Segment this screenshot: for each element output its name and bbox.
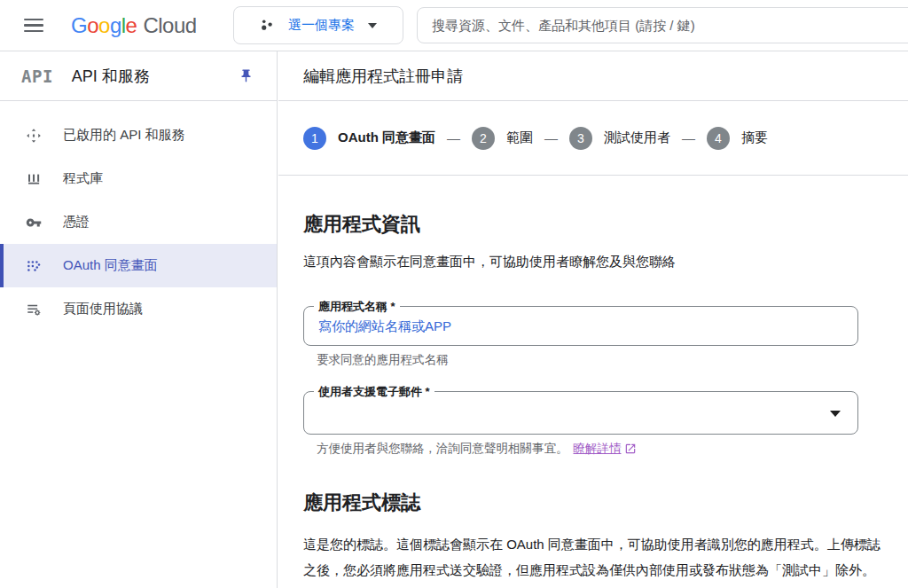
sidebar: API API 和服務 已啟用的 API 和服務 程式庫 憑證 <box>0 51 278 588</box>
app-name-field: 應用程式名稱 * <box>303 306 858 346</box>
api-product-icon: API <box>21 67 53 86</box>
hamburger-menu-icon[interactable] <box>24 19 43 33</box>
logo-letter: o <box>87 13 98 38</box>
step-summary[interactable]: 4 摘要 <box>707 127 768 150</box>
google-cloud-logo: G o o g l e Cloud <box>71 13 197 38</box>
sidebar-item-label: 憑證 <box>63 214 90 231</box>
app-info-description: 這項內容會顯示在同意畫面中，可協助使用者瞭解您及與您聯絡 <box>303 254 883 270</box>
logo-cloud-text: Cloud <box>143 13 196 38</box>
sidebar-item-oauth-consent[interactable]: OAuth 同意畫面 <box>0 244 277 287</box>
learn-more-label: 瞭解詳情 <box>574 441 622 457</box>
step-number: 3 <box>569 127 592 150</box>
dropdown-arrow-icon <box>830 411 841 417</box>
step-scopes[interactable]: 2 範圍 <box>472 127 533 150</box>
step-number: 4 <box>707 127 730 150</box>
consent-dots-icon <box>26 258 42 274</box>
sidebar-item-label: 頁面使用協議 <box>63 301 143 318</box>
step-separator: — <box>682 130 695 145</box>
step-label: 測試使用者 <box>604 129 670 146</box>
step-separator: — <box>447 130 460 145</box>
app-name-helper: 要求同意的應用程式名稱 <box>317 352 883 368</box>
step-label: 範圍 <box>506 129 533 146</box>
sidebar-item-label: 程式庫 <box>63 170 103 187</box>
app-name-label: 應用程式名稱 * <box>314 298 400 316</box>
step-label: 摘要 <box>741 129 768 146</box>
project-selector-button[interactable]: 選一個專案 <box>233 6 403 44</box>
app-logo-description: 這是您的標誌。這個標誌會顯示在 OAuth 同意畫面中，可協助使用者識別您的應用… <box>303 532 883 588</box>
main-panel: 編輯應用程式註冊申請 1 OAuth 同意畫面 — 2 範圍 — 3 測試使用者… <box>278 51 908 588</box>
project-dots-icon <box>260 18 275 33</box>
support-email-label: 使用者支援電子郵件 * <box>314 383 434 401</box>
helper-text: 要求同意的應用程式名稱 <box>317 352 449 368</box>
logo-letter: o <box>98 13 110 38</box>
app-logo-heading: 應用程式標誌 <box>303 490 883 516</box>
top-bar: G o o g l e Cloud 選一個專案 <box>0 0 908 51</box>
dashboard-arrows-icon <box>26 128 42 144</box>
app-logo-description-text: 這是您的標誌。這個標誌會顯示在 OAuth 同意畫面中，可協助使用者識別您的應用… <box>303 537 881 577</box>
support-email-helper: 方便使用者與您聯絡，洽詢同意聲明相關事宜。 瞭解詳情 <box>317 441 883 457</box>
step-oauth-consent[interactable]: 1 OAuth 同意畫面 <box>303 127 435 150</box>
learn-more-link[interactable]: 瞭解詳情 <box>303 583 372 588</box>
step-test-users[interactable]: 3 測試使用者 <box>569 127 670 150</box>
step-separator: — <box>544 130 558 145</box>
library-icon <box>26 171 42 187</box>
helper-text: 方便使用者與您聯絡，洽詢同意聲明相關事宜。 <box>317 441 568 457</box>
support-email-field[interactable]: 使用者支援電子郵件 * <box>303 391 858 435</box>
page-title: 編輯應用程式註冊申請 <box>278 51 908 101</box>
learn-more-link[interactable]: 瞭解詳情 <box>574 441 637 457</box>
key-icon <box>26 215 42 231</box>
sidebar-item-page-usage-agreements[interactable]: 頁面使用協議 <box>0 287 277 331</box>
sidebar-menu: 已啟用的 API 和服務 程式庫 憑證 OAuth 同意畫面 <box>0 101 277 331</box>
list-gear-icon <box>26 302 42 318</box>
sidebar-title: API 和服務 <box>72 66 239 87</box>
project-selector-label: 選一個專案 <box>288 17 355 34</box>
search-input[interactable] <box>418 8 908 43</box>
step-number: 1 <box>303 127 326 150</box>
chevron-down-icon <box>368 23 377 28</box>
pin-icon[interactable] <box>239 68 254 83</box>
content-area: 應用程式資訊 這項內容會顯示在同意畫面中，可協助使用者瞭解您及與您聯絡 應用程式… <box>278 176 908 588</box>
app-info-heading: 應用程式資訊 <box>303 211 883 238</box>
logo-letter: e <box>126 13 137 38</box>
sidebar-item-library[interactable]: 程式庫 <box>0 157 277 200</box>
sidebar-header: API API 和服務 <box>0 51 277 101</box>
learn-more-label: 瞭解詳情 <box>303 583 356 588</box>
sidebar-item-enabled-apis[interactable]: 已啟用的 API 和服務 <box>0 114 277 157</box>
sidebar-item-label: OAuth 同意畫面 <box>63 257 158 274</box>
logo-letter: G <box>71 13 87 38</box>
global-search <box>417 7 908 43</box>
step-label: OAuth 同意畫面 <box>338 129 435 146</box>
sidebar-item-credentials[interactable]: 憑證 <box>0 200 277 244</box>
sidebar-item-label: 已啟用的 API 和服務 <box>63 127 185 144</box>
logo-letter: g <box>110 13 121 38</box>
external-link-icon <box>624 443 637 455</box>
step-number: 2 <box>472 127 495 150</box>
wizard-stepper: 1 OAuth 同意畫面 — 2 範圍 — 3 測試使用者 — 4 摘要 <box>278 101 908 176</box>
